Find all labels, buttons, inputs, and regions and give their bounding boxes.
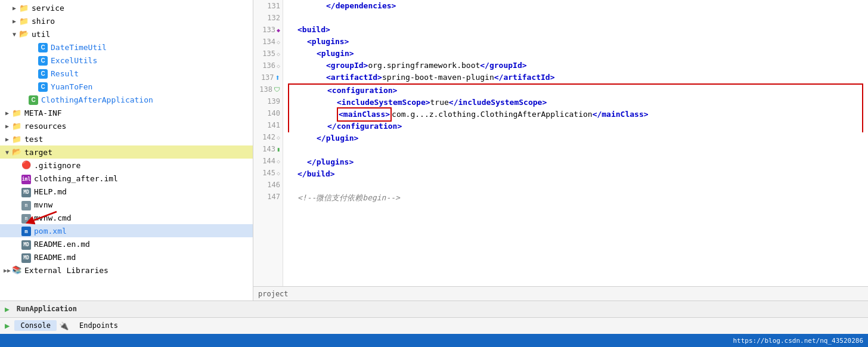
endpoints-icon: 🔌 xyxy=(59,321,69,330)
sidebar-item-service[interactable]: service xyxy=(0,1,253,14)
line-number-131: 131 xyxy=(253,0,283,12)
line-number-146: 146 xyxy=(253,179,283,191)
arrow-icon xyxy=(10,5,19,11)
folder-open-icon xyxy=(19,29,30,39)
sidebar-item-resources[interactable]: resources xyxy=(0,119,253,132)
arrow-icon xyxy=(2,123,12,129)
gutter-green-icon: ▮ xyxy=(277,146,280,153)
sidebar-item-readme-en[interactable]: MD README.en.md xyxy=(0,237,253,250)
sidebar-item-datetimeutil[interactable]: C DateTimeUtil xyxy=(0,41,253,54)
sidebar-item-label: shiro xyxy=(32,17,55,26)
gutter-small-diamond-icon: ◇ xyxy=(277,134,280,141)
gutter-small-diamond-icon: ◇ xyxy=(277,158,280,165)
code-line-141: </configuration> xyxy=(289,120,862,132)
library-icon: 📚 xyxy=(12,265,23,275)
line-number-132: 132 xyxy=(253,12,283,24)
code-line-146 xyxy=(288,180,863,192)
sidebar-item-label: test xyxy=(24,135,43,144)
gutter-shield-icon: 🛡 xyxy=(274,86,280,94)
status-bar: https://blog.csdn.net/nq_43520286 xyxy=(0,334,868,347)
line-number-142: 142 ◇ xyxy=(253,131,283,143)
arrow-icon xyxy=(10,18,19,24)
line-number-136: 136 ◇ xyxy=(253,60,283,72)
sidebar-item-label: DateTimeUtil xyxy=(51,43,107,52)
code-line-131: </dependencies> xyxy=(288,0,863,12)
code-line-134: <plugins> xyxy=(288,36,863,48)
code-line-137: <artifactId>spring-boot-maven-plugin</ar… xyxy=(288,72,863,83)
sidebar-item-label: pom.xml xyxy=(34,227,67,236)
gutter-small-diamond-icon: ◇ xyxy=(277,51,280,57)
line-number-137: 137 ⬆ xyxy=(253,72,283,83)
line-numbers: 131 132 133 ◆ 134 ◇ 135 xyxy=(253,0,283,286)
arrow-icon xyxy=(2,136,12,142)
code-line-136: <groupId>org.springframework.boot</group… xyxy=(288,60,863,72)
sidebar-item-label: ClothingAfterApplication xyxy=(41,95,153,104)
code-lines: .redbox-wrapper { border: 2px solid #cc0… xyxy=(283,0,868,286)
status-url: https://blog.csdn.net/nq_43520286 xyxy=(733,337,863,345)
sidebar-item-label: HELP.md xyxy=(34,187,67,196)
class-icon: C xyxy=(38,69,49,78)
sidebar-item-shiro[interactable]: shiro xyxy=(0,14,253,27)
sidebar-item-mvnwcmd[interactable]: m mvnw.cmd xyxy=(0,211,253,224)
sidebar-item-excelutils[interactable]: C ExcelUtils xyxy=(0,54,253,67)
breadcrumb-bar: project xyxy=(253,286,868,300)
sidebar-item-clothingafterapplication[interactable]: C ClothingAfterApplication xyxy=(0,93,253,106)
sidebar-item-label: service xyxy=(32,4,64,13)
tab-endpoints[interactable]: Endpoints xyxy=(73,320,124,331)
console-run-icon: ▶ xyxy=(5,321,10,330)
sidebar-item-result[interactable]: C Result xyxy=(0,67,253,80)
line-number-138: 138 🛡 xyxy=(253,83,283,95)
code-line-139: <includeSystemScope>true</includeSystemS… xyxy=(289,97,862,109)
line-number-145: 145 ◇ xyxy=(253,167,283,179)
sidebar-item-external-libraries[interactable]: ▶ 📚 External Libraries xyxy=(0,264,253,277)
sidebar-item-yuantofen[interactable]: C YuanToFen xyxy=(0,80,253,93)
line-number-135: 135 ◇ xyxy=(253,48,283,60)
sidebar-item-label: util xyxy=(32,30,50,39)
code-editor: 131 132 133 ◆ 134 ◇ 135 xyxy=(253,0,868,300)
sidebar-item-gitignore[interactable]: 🔴 .gitignore xyxy=(0,159,253,172)
line-number-139: 139 xyxy=(253,95,283,107)
code-line-135: <plugin> xyxy=(288,48,863,60)
sidebar-item-label: target xyxy=(24,148,52,157)
iml-icon: iml xyxy=(21,174,32,183)
arrow-icon xyxy=(10,31,19,38)
code-line-142: </plugin> xyxy=(288,132,863,144)
code-content[interactable]: 131 132 133 ◆ 134 ◇ 135 xyxy=(253,0,868,286)
gitignore-icon: 🔴 xyxy=(21,160,32,170)
md-icon: MD xyxy=(21,239,32,249)
class-icon: C xyxy=(38,82,49,91)
folder-icon xyxy=(12,134,23,144)
sidebar-item-test[interactable]: test xyxy=(0,132,253,145)
line-number-140: 140 xyxy=(253,107,283,119)
sidebar-item-label: META-INF xyxy=(24,109,62,117)
sidebar-item-label: resources xyxy=(24,122,66,131)
folder-icon xyxy=(12,108,23,117)
class-green-icon: C xyxy=(29,95,39,104)
folder-icon xyxy=(19,16,30,26)
breadcrumb: project xyxy=(258,290,289,298)
class-icon: C xyxy=(38,42,49,52)
tab-console[interactable]: Console xyxy=(14,320,57,331)
line-number-133: 133 ◆ xyxy=(253,24,283,36)
sidebar-item-label: .gitignore xyxy=(34,161,80,170)
file-icon: m xyxy=(21,200,32,209)
gutter-arrow-icon: ⬆ xyxy=(275,73,280,82)
red-box-container: <configuration> <includeSystemScope>true… xyxy=(288,83,863,132)
sidebar-item-label: README.md xyxy=(34,253,76,262)
sidebar-item-meta-inf[interactable]: META-INF xyxy=(0,106,253,119)
bottom-panel: ▶ RunApplication ▶ Console 🔌 Endpoints xyxy=(0,300,868,334)
sidebar-item-util[interactable]: util xyxy=(0,27,253,41)
arrow-icon xyxy=(2,110,12,116)
sidebar-item-target[interactable]: target xyxy=(0,145,253,159)
sidebar-item-label: README.en.md xyxy=(34,240,90,249)
sidebar-item-helpmd[interactable]: MD HELP.md xyxy=(0,185,253,198)
gutter-small-diamond-icon: ◇ xyxy=(277,170,280,176)
red-arrow-annotation xyxy=(24,209,60,227)
sidebar-item-readme[interactable]: MD README.md xyxy=(0,250,253,264)
run-icon: ▶ xyxy=(5,305,10,314)
sidebar-item-iml[interactable]: iml clothing_after.iml xyxy=(0,172,253,185)
code-line-132 xyxy=(288,12,863,24)
external-libraries-label: External Libraries xyxy=(24,266,108,275)
code-line-138: <configuration> xyxy=(289,85,862,97)
arrow-icon xyxy=(2,149,12,156)
